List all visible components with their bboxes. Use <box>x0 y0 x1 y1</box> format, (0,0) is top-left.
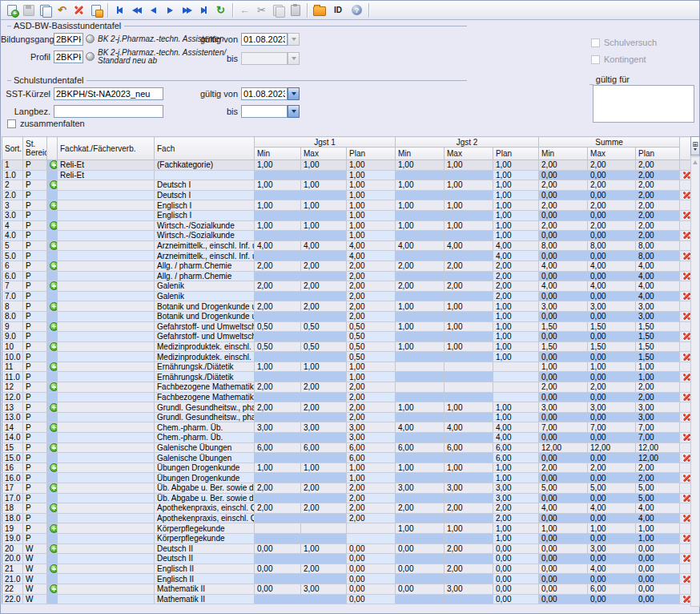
cell-jgst1-min[interactable] <box>255 210 301 220</box>
cell-jgst2-plan[interactable]: 2,00 <box>493 271 539 281</box>
cell-jgst1-min[interactable] <box>255 433 301 443</box>
delete-row-button[interactable] <box>682 353 691 362</box>
cell-summe-min[interactable]: 3,00 <box>539 301 588 312</box>
cell-fach[interactable]: Arzneimittelk., einschl. Inf. u.Ber.... <box>155 251 255 261</box>
cell-jgst1-max[interactable]: 2,00 <box>301 503 347 514</box>
cell-jgst2-max[interactable]: 3,00 <box>445 483 493 494</box>
add-row-button[interactable] <box>50 403 58 412</box>
cell-jgst2-min[interactable]: 0,00 <box>396 584 445 594</box>
cell-fachkat[interactable] <box>58 301 155 312</box>
nav-prev-button[interactable] <box>145 2 162 18</box>
cell-jgst1-plan[interactable]: 0,50 <box>347 321 396 332</box>
schul-bis-dropdown[interactable] <box>288 105 300 118</box>
cell-summe-min[interactable]: 0,00 <box>539 271 588 281</box>
cell-jgst2-max[interactable]: 1,00 <box>445 200 493 211</box>
nav-first-button[interactable] <box>111 2 128 18</box>
cell-st-bereich[interactable]: P <box>23 402 47 413</box>
cell-jgst2-plan[interactable]: 6,00 <box>493 453 539 463</box>
cell-summe-min[interactable]: 0,00 <box>539 584 588 594</box>
cell-jgst1-min[interactable]: 2,00 <box>255 281 301 292</box>
cell-summe-min[interactable]: 0,00 <box>539 412 588 422</box>
add-row-button[interactable] <box>50 160 58 169</box>
cell-jgst2-max[interactable] <box>445 291 493 301</box>
cell-st-bereich[interactable]: W <box>23 584 47 594</box>
cell-jgst1-plan[interactable]: 2,00 <box>347 301 396 312</box>
cell-summe-max[interactable]: 0,00 <box>588 594 636 604</box>
cell-st-bereich[interactable]: P <box>23 210 47 220</box>
cell-jgst2-max[interactable]: 2,00 <box>445 543 493 554</box>
cell-sort[interactable]: 21.0 <box>2 574 23 584</box>
cell-jgst1-max[interactable] <box>301 493 347 503</box>
cell-jgst2-plan[interactable]: 2,00 <box>493 513 539 523</box>
cell-jgst1-plan[interactable]: 2,00 <box>347 412 396 422</box>
cell-jgst1-min[interactable]: 0,00 <box>255 543 301 554</box>
cell-jgst1-min[interactable] <box>255 352 301 362</box>
cell-summe-plan[interactable]: 2,00 <box>636 190 680 200</box>
cell-jgst1-min[interactable] <box>255 251 301 261</box>
cell-sort[interactable]: 8.0 <box>2 311 23 321</box>
cell-summe-min[interactable]: 1,50 <box>539 341 588 352</box>
cell-fachkat[interactable] <box>58 332 155 342</box>
cell-jgst1-max[interactable]: 2,00 <box>301 382 347 393</box>
cell-st-bereich[interactable]: P <box>23 271 47 281</box>
cell-summe-plan[interactable]: 7,00 <box>636 422 680 433</box>
cell-jgst2-min[interactable]: 4,00 <box>396 240 445 251</box>
cell-jgst1-plan[interactable]: 0,50 <box>347 352 396 362</box>
delete-row-button[interactable] <box>682 454 691 463</box>
cell-st-bereich[interactable]: W <box>23 543 47 554</box>
table-row[interactable]: 18PApothekenpraxis, einschl. QM u. ...2,… <box>2 503 691 514</box>
cell-sort[interactable]: 4 <box>2 220 23 231</box>
cell-jgst1-min[interactable] <box>255 271 301 281</box>
cell-fachkat[interactable] <box>58 362 155 372</box>
table-row[interactable]: 14PChem.-pharm. Üb.3,003,003,004,004,004… <box>2 422 691 433</box>
cell-summe-min[interactable]: 1,50 <box>539 321 588 332</box>
cell-jgst1-min[interactable]: 4,00 <box>255 240 301 251</box>
cell-sort[interactable]: 5 <box>2 240 23 251</box>
cell-summe-plan[interactable]: 2,00 <box>636 220 680 231</box>
klassengruppen-listbox[interactable] <box>593 85 694 123</box>
cell-jgst1-plan[interactable]: 1,00 <box>347 362 396 372</box>
cell-summe-max[interactable]: 7,00 <box>588 422 636 433</box>
cell-fach[interactable]: Deutsch I <box>155 190 255 200</box>
table-row[interactable]: 12PFachbezogene Mathematik2,002,002,002,… <box>2 382 691 393</box>
cell-jgst2-max[interactable]: 4,00 <box>445 240 493 251</box>
cell-jgst1-plan[interactable]: 1,00 <box>347 473 396 483</box>
cell-sort[interactable]: 9.0 <box>2 332 23 342</box>
cell-fachkat[interactable] <box>58 554 155 564</box>
table-row[interactable]: 14.0PChem.-pharm. Üb.3,004,000,000,007,0… <box>2 433 691 443</box>
cell-jgst2-min[interactable]: 1,00 <box>396 200 445 211</box>
cell-fach[interactable]: (Fachkategorie) <box>155 160 255 171</box>
cell-jgst1-plan[interactable]: 2,00 <box>347 281 396 292</box>
cell-jgst2-plan[interactable]: 1,00 <box>493 170 539 180</box>
cell-jgst2-plan[interactable]: 1,00 <box>493 231 539 241</box>
delete-row-button[interactable] <box>682 595 691 604</box>
cell-fach[interactable]: Medizinproduktek. einschl. Inf. u.... <box>155 341 255 352</box>
cell-summe-min[interactable]: 0,00 <box>539 594 588 604</box>
table-row[interactable]: 15.0PGalenische Übungen6,006,000,000,001… <box>2 453 691 463</box>
cell-fach[interactable]: Wirtsch.-/Sozialkunde <box>155 231 255 241</box>
zusammenfalten-checkbox[interactable] <box>7 119 16 128</box>
cell-fach[interactable]: Arzneimittelk., einschl. Inf. u.Ber.... <box>155 240 255 251</box>
cell-jgst1-min[interactable] <box>255 513 301 523</box>
cell-sort[interactable]: 22 <box>2 584 23 594</box>
add-row-button[interactable] <box>50 322 58 331</box>
cell-jgst1-min[interactable]: 1,00 <box>255 160 301 171</box>
cell-st-bereich[interactable]: P <box>23 372 47 382</box>
add-row-button[interactable] <box>50 281 58 290</box>
cell-fachkat[interactable] <box>58 433 155 443</box>
cell-fachkat[interactable] <box>58 503 155 514</box>
add-row-button[interactable] <box>50 584 58 593</box>
cell-jgst1-max[interactable] <box>301 473 347 483</box>
cell-st-bereich[interactable]: P <box>23 251 47 261</box>
add-row-button[interactable] <box>50 503 58 512</box>
cell-jgst2-plan[interactable]: 1,00 <box>493 190 539 200</box>
cell-jgst1-max[interactable]: 3,00 <box>301 584 347 594</box>
cell-summe-max[interactable]: 2,00 <box>588 200 636 211</box>
table-row[interactable]: 18.0PApothekenpraxis, einschl. QM u. ...… <box>2 513 691 523</box>
cell-jgst2-max[interactable]: 1,00 <box>445 463 493 473</box>
delete-row-button[interactable] <box>682 292 691 301</box>
cell-jgst1-plan[interactable]: 1,00 <box>347 160 396 171</box>
cell-summe-max[interactable]: 0,00 <box>588 392 636 402</box>
cell-fach[interactable]: Allg. / pharm.Chemie <box>155 261 255 271</box>
cell-fachkat[interactable] <box>58 190 155 200</box>
